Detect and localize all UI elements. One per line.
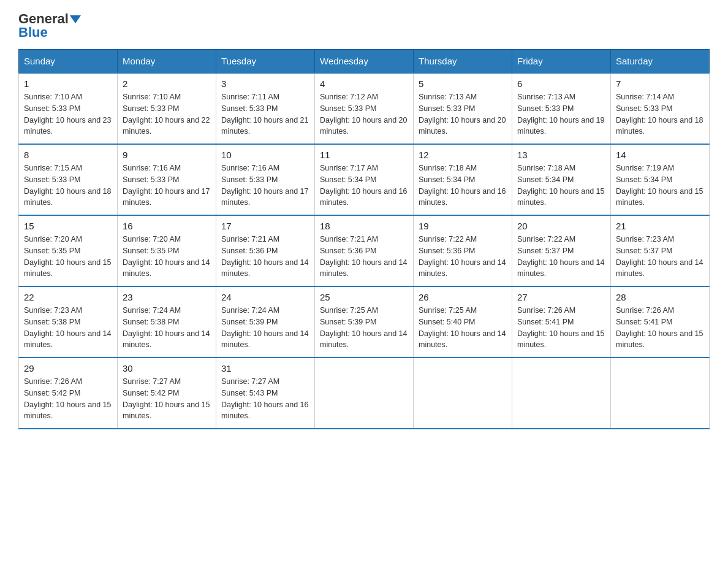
calendar-cell: 12 Sunrise: 7:18 AMSunset: 5:34 PMDaylig…: [414, 144, 512, 215]
calendar-cell: 3 Sunrise: 7:11 AMSunset: 5:33 PMDayligh…: [216, 73, 315, 144]
day-number: 3: [221, 79, 309, 89]
calendar-cell: 29 Sunrise: 7:26 AMSunset: 5:42 PMDaylig…: [19, 358, 118, 429]
calendar-cell: 20 Sunrise: 7:22 AMSunset: 5:37 PMDaylig…: [512, 215, 611, 286]
day-info: Sunrise: 7:25 AMSunset: 5:39 PMDaylight:…: [320, 306, 407, 349]
day-number: 31: [221, 363, 309, 373]
day-number: 21: [616, 221, 704, 231]
calendar-week-4: 22 Sunrise: 7:23 AMSunset: 5:38 PMDaylig…: [19, 286, 710, 358]
calendar-cell: 1 Sunrise: 7:10 AMSunset: 5:33 PMDayligh…: [19, 73, 118, 144]
calendar-cell: 4 Sunrise: 7:12 AMSunset: 5:33 PMDayligh…: [315, 73, 414, 144]
day-number: 28: [616, 292, 704, 302]
day-info: Sunrise: 7:23 AMSunset: 5:38 PMDaylight:…: [24, 306, 111, 349]
day-info: Sunrise: 7:26 AMSunset: 5:41 PMDaylight:…: [616, 306, 703, 349]
calendar-week-3: 15 Sunrise: 7:20 AMSunset: 5:35 PMDaylig…: [19, 215, 710, 286]
calendar-cell: 15 Sunrise: 7:20 AMSunset: 5:35 PMDaylig…: [19, 215, 118, 286]
calendar-cell: [611, 358, 710, 429]
weekday-header-friday: Friday: [512, 50, 611, 74]
calendar-cell: 30 Sunrise: 7:27 AMSunset: 5:42 PMDaylig…: [118, 358, 216, 429]
logo-blue: Blue: [18, 26, 48, 39]
calendar-cell: 19 Sunrise: 7:22 AMSunset: 5:36 PMDaylig…: [414, 215, 512, 286]
day-info: Sunrise: 7:25 AMSunset: 5:40 PMDaylight:…: [419, 306, 506, 349]
day-number: 18: [320, 221, 408, 231]
day-info: Sunrise: 7:17 AMSunset: 5:34 PMDaylight:…: [320, 164, 407, 207]
calendar-cell: 25 Sunrise: 7:25 AMSunset: 5:39 PMDaylig…: [315, 286, 414, 358]
day-number: 13: [517, 150, 605, 160]
calendar-cell: 31 Sunrise: 7:27 AMSunset: 5:43 PMDaylig…: [216, 358, 315, 429]
calendar-cell: 8 Sunrise: 7:15 AMSunset: 5:33 PMDayligh…: [19, 144, 118, 215]
calendar-cell: 28 Sunrise: 7:26 AMSunset: 5:41 PMDaylig…: [611, 286, 710, 358]
calendar-cell: 24 Sunrise: 7:24 AMSunset: 5:39 PMDaylig…: [216, 286, 315, 358]
day-number: 5: [419, 79, 507, 89]
calendar-table: SundayMondayTuesdayWednesdayThursdayFrid…: [18, 49, 710, 429]
calendar-cell: 22 Sunrise: 7:23 AMSunset: 5:38 PMDaylig…: [19, 286, 118, 358]
day-number: 23: [123, 292, 211, 302]
day-number: 14: [616, 150, 704, 160]
weekday-header-thursday: Thursday: [414, 50, 512, 74]
calendar-cell: 7 Sunrise: 7:14 AMSunset: 5:33 PMDayligh…: [611, 73, 710, 144]
day-number: 9: [123, 150, 211, 160]
day-info: Sunrise: 7:26 AMSunset: 5:41 PMDaylight:…: [517, 306, 604, 349]
weekday-header-monday: Monday: [118, 50, 216, 74]
day-info: Sunrise: 7:22 AMSunset: 5:37 PMDaylight:…: [517, 235, 604, 278]
day-info: Sunrise: 7:16 AMSunset: 5:33 PMDaylight:…: [123, 164, 210, 207]
day-number: 17: [221, 221, 309, 231]
day-info: Sunrise: 7:12 AMSunset: 5:33 PMDaylight:…: [320, 93, 407, 136]
calendar-week-5: 29 Sunrise: 7:26 AMSunset: 5:42 PMDaylig…: [19, 358, 710, 429]
calendar-cell: 6 Sunrise: 7:13 AMSunset: 5:33 PMDayligh…: [512, 73, 611, 144]
day-info: Sunrise: 7:15 AMSunset: 5:33 PMDaylight:…: [24, 164, 111, 207]
day-info: Sunrise: 7:27 AMSunset: 5:43 PMDaylight:…: [221, 377, 308, 420]
day-info: Sunrise: 7:10 AMSunset: 5:33 PMDaylight:…: [24, 93, 111, 136]
day-info: Sunrise: 7:14 AMSunset: 5:33 PMDaylight:…: [616, 93, 703, 136]
calendar-cell: 23 Sunrise: 7:24 AMSunset: 5:38 PMDaylig…: [118, 286, 216, 358]
calendar-header-row: SundayMondayTuesdayWednesdayThursdayFrid…: [19, 50, 710, 74]
calendar-cell: [315, 358, 414, 429]
day-info: Sunrise: 7:24 AMSunset: 5:38 PMDaylight:…: [123, 306, 210, 349]
calendar-cell: 21 Sunrise: 7:23 AMSunset: 5:37 PMDaylig…: [611, 215, 710, 286]
day-info: Sunrise: 7:20 AMSunset: 5:35 PMDaylight:…: [24, 235, 111, 278]
calendar-cell: 9 Sunrise: 7:16 AMSunset: 5:33 PMDayligh…: [118, 144, 216, 215]
day-number: 25: [320, 292, 408, 302]
day-info: Sunrise: 7:22 AMSunset: 5:36 PMDaylight:…: [419, 235, 506, 278]
day-number: 7: [616, 79, 704, 89]
calendar-cell: 13 Sunrise: 7:18 AMSunset: 5:34 PMDaylig…: [512, 144, 611, 215]
page-header: General Blue: [18, 12, 710, 39]
logo-arrow-icon: [70, 15, 81, 23]
calendar-cell: 17 Sunrise: 7:21 AMSunset: 5:36 PMDaylig…: [216, 215, 315, 286]
weekday-header-wednesday: Wednesday: [315, 50, 414, 74]
logo-general: General: [18, 12, 69, 26]
calendar-cell: 5 Sunrise: 7:13 AMSunset: 5:33 PMDayligh…: [414, 73, 512, 144]
day-info: Sunrise: 7:19 AMSunset: 5:34 PMDaylight:…: [616, 164, 703, 207]
day-info: Sunrise: 7:16 AMSunset: 5:33 PMDaylight:…: [221, 164, 308, 207]
calendar-cell: [512, 358, 611, 429]
calendar-cell: 27 Sunrise: 7:26 AMSunset: 5:41 PMDaylig…: [512, 286, 611, 358]
day-info: Sunrise: 7:26 AMSunset: 5:42 PMDaylight:…: [24, 377, 111, 420]
day-info: Sunrise: 7:11 AMSunset: 5:33 PMDaylight:…: [221, 93, 308, 136]
day-number: 19: [419, 221, 507, 231]
day-number: 12: [419, 150, 507, 160]
day-info: Sunrise: 7:13 AMSunset: 5:33 PMDaylight:…: [419, 93, 506, 136]
calendar-cell: 16 Sunrise: 7:20 AMSunset: 5:35 PMDaylig…: [118, 215, 216, 286]
day-info: Sunrise: 7:13 AMSunset: 5:33 PMDaylight:…: [517, 93, 604, 136]
calendar-cell: 18 Sunrise: 7:21 AMSunset: 5:36 PMDaylig…: [315, 215, 414, 286]
calendar-week-2: 8 Sunrise: 7:15 AMSunset: 5:33 PMDayligh…: [19, 144, 710, 215]
day-number: 15: [24, 221, 112, 231]
day-number: 2: [123, 79, 211, 89]
weekday-header-tuesday: Tuesday: [216, 50, 315, 74]
day-info: Sunrise: 7:10 AMSunset: 5:33 PMDaylight:…: [123, 93, 210, 136]
calendar-cell: 11 Sunrise: 7:17 AMSunset: 5:34 PMDaylig…: [315, 144, 414, 215]
day-number: 26: [419, 292, 507, 302]
day-number: 29: [24, 363, 112, 373]
calendar-week-1: 1 Sunrise: 7:10 AMSunset: 5:33 PMDayligh…: [19, 73, 710, 144]
weekday-header-saturday: Saturday: [611, 50, 710, 74]
day-info: Sunrise: 7:18 AMSunset: 5:34 PMDaylight:…: [517, 164, 604, 207]
day-info: Sunrise: 7:24 AMSunset: 5:39 PMDaylight:…: [221, 306, 308, 349]
day-info: Sunrise: 7:23 AMSunset: 5:37 PMDaylight:…: [616, 235, 703, 278]
calendar-cell: 2 Sunrise: 7:10 AMSunset: 5:33 PMDayligh…: [118, 73, 216, 144]
day-number: 4: [320, 79, 408, 89]
calendar-cell: 10 Sunrise: 7:16 AMSunset: 5:33 PMDaylig…: [216, 144, 315, 215]
day-number: 30: [123, 363, 211, 373]
day-info: Sunrise: 7:20 AMSunset: 5:35 PMDaylight:…: [123, 235, 210, 278]
weekday-header-sunday: Sunday: [19, 50, 118, 74]
day-number: 6: [517, 79, 605, 89]
calendar-cell: 26 Sunrise: 7:25 AMSunset: 5:40 PMDaylig…: [414, 286, 512, 358]
